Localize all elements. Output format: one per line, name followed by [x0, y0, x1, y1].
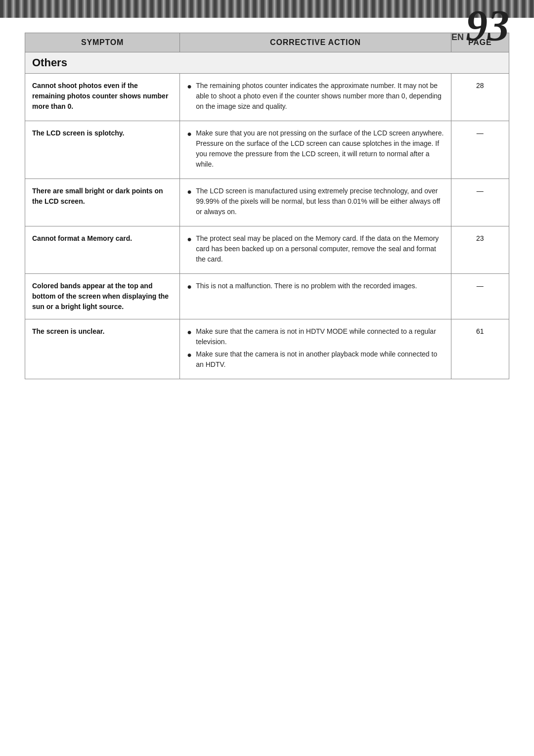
page-cell-2: —: [451, 121, 509, 179]
page-container: EN 93 Symptom Corrective Action Page Oth…: [0, 0, 534, 756]
bullet-dot: ●: [187, 349, 194, 361]
bullet-text: The protect seal may be placed on the Me…: [196, 233, 444, 265]
page-cell-4: 23: [451, 226, 509, 274]
page-language-label: EN: [451, 32, 464, 43]
table-row: Colored bands appear at the top and bott…: [25, 274, 509, 319]
bullet-dot: ●: [187, 186, 194, 198]
table-row: Cannot shoot photos even if the remainin…: [25, 74, 509, 121]
table-row: Cannot format a Memory card. ● The prote…: [25, 226, 509, 274]
symptom-cell-5: Colored bands appear at the top and bott…: [25, 274, 180, 319]
symptom-cell-1: Cannot shoot photos even if the remainin…: [25, 74, 180, 121]
main-content: Symptom Corrective Action Page Others Ca…: [0, 18, 534, 399]
bullet-item: ● Make sure that you are not pressing on…: [187, 128, 444, 170]
bullet-text: The remaining photos counter indicates t…: [196, 81, 444, 112]
symptom-table: Symptom Corrective Action Page Others Ca…: [25, 33, 509, 379]
header-symptom: Symptom: [25, 33, 180, 52]
bullet-item: ● Make sure that the camera is not in an…: [187, 349, 444, 370]
page-cell-3: —: [451, 179, 509, 226]
bullet-item: ● The protect seal may be placed on the …: [187, 233, 444, 265]
action-cell-5: ● This is not a malfunction. There is no…: [180, 274, 451, 319]
section-title: Others: [25, 52, 509, 74]
table-row: The screen is unclear. ● Make sure that …: [25, 319, 509, 379]
bullet-item: ● The LCD screen is manufactured using e…: [187, 186, 444, 217]
section-header-others: Others: [25, 52, 509, 74]
bullet-text: The LCD screen is manufactured using ext…: [196, 186, 444, 217]
bullet-dot: ●: [187, 81, 194, 92]
symptom-cell-2: The LCD screen is splotchy.: [25, 121, 180, 179]
bullet-text: Make sure that you are not pressing on t…: [196, 128, 444, 170]
bullet-dot: ●: [187, 128, 194, 140]
bullet-item: ● The remaining photos counter indicates…: [187, 81, 444, 112]
action-cell-3: ● The LCD screen is manufactured using e…: [180, 179, 451, 226]
bullet-dot: ●: [187, 326, 194, 338]
action-cell-6: ● Make sure that the camera is not in HD…: [180, 319, 451, 379]
symptom-cell-3: There are small bright or dark points on…: [25, 179, 180, 226]
symptom-cell-6: The screen is unclear.: [25, 319, 180, 379]
page-number-area: EN 93: [451, 4, 509, 47]
page-cell-6: 61: [451, 319, 509, 379]
table-row: There are small bright or dark points on…: [25, 179, 509, 226]
bullet-dot: ●: [187, 281, 194, 293]
action-cell-4: ● The protect seal may be placed on the …: [180, 226, 451, 274]
header-action: Corrective Action: [180, 33, 451, 52]
bullet-item: ● This is not a malfunction. There is no…: [187, 281, 444, 293]
bullet-text: Make sure that the camera is not in HDTV…: [196, 326, 444, 347]
table-header-row: Symptom Corrective Action Page: [25, 33, 509, 52]
page-number: 93: [466, 4, 509, 47]
action-cell-1: ● The remaining photos counter indicates…: [180, 74, 451, 121]
symptom-cell-4: Cannot format a Memory card.: [25, 226, 180, 274]
page-cell-5: —: [451, 274, 509, 319]
bullet-text: This is not a malfunction. There is no p…: [196, 281, 444, 291]
action-cell-2: ● Make sure that you are not pressing on…: [180, 121, 451, 179]
bullet-item: ● Make sure that the camera is not in HD…: [187, 326, 444, 347]
bullet-text: Make sure that the camera is not in anot…: [196, 349, 444, 370]
page-cell-1: 28: [451, 74, 509, 121]
bullet-dot: ●: [187, 233, 194, 245]
table-row: The LCD screen is splotchy. ● Make sure …: [25, 121, 509, 179]
